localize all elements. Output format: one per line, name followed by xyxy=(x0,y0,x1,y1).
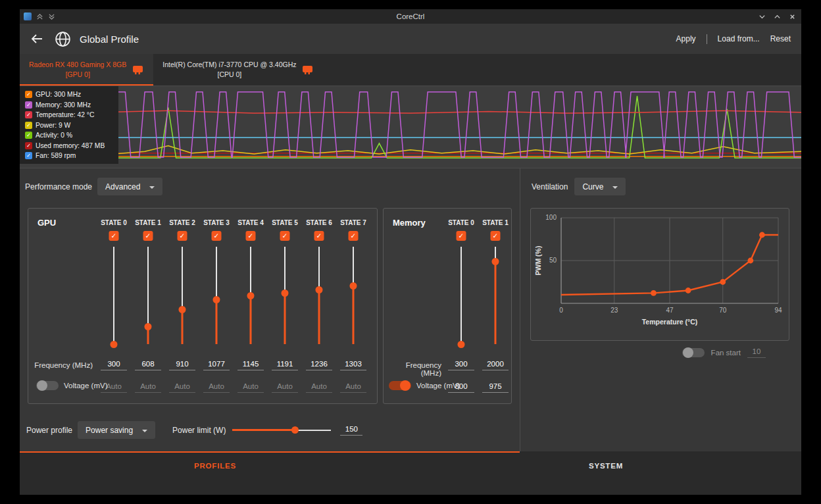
slider-handle[interactable] xyxy=(145,323,152,330)
memory-state-label: STATE 0 xyxy=(444,219,478,226)
legend-label: Used memory: 487 MB xyxy=(36,142,105,149)
gpu-voltage-input[interactable]: Auto xyxy=(237,382,264,393)
reset-button[interactable]: Reset xyxy=(770,34,791,43)
gpu-state-label: STATE 1 xyxy=(131,219,165,226)
memory-state-slider[interactable] xyxy=(457,247,466,344)
gpu-state-3: STATE 3✓1077Auto xyxy=(199,209,234,401)
slider-handle[interactable] xyxy=(247,292,255,299)
gpu-state-checkbox[interactable]: ✓ xyxy=(212,231,222,241)
gpu-frequency-input[interactable]: 1303 xyxy=(340,360,366,370)
legend-checkbox[interactable]: ✓ xyxy=(25,122,32,129)
fan-start-toggle[interactable] xyxy=(682,348,705,357)
gpu-voltage-toggle[interactable] xyxy=(36,381,59,390)
gpu-frequency-input[interactable]: 910 xyxy=(169,360,195,370)
fan-curve-point[interactable] xyxy=(720,279,726,285)
sensor-legend: ✓GPU: 300 MHz✓Memory: 300 MHz✓Temperatur… xyxy=(20,86,118,164)
gpu-state-slider[interactable] xyxy=(280,247,289,344)
window-controls xyxy=(759,9,796,24)
back-button[interactable] xyxy=(30,34,43,44)
gpu-state-slider[interactable] xyxy=(246,247,255,344)
slider-fill xyxy=(250,295,252,344)
fan-curve-point[interactable] xyxy=(651,290,657,296)
fan-start-row: Fan start 10 xyxy=(530,347,789,358)
gpu-voltage-input[interactable]: Auto xyxy=(169,382,195,393)
slider-handle[interactable] xyxy=(282,290,289,297)
legend-checkbox[interactable]: ✓ xyxy=(25,152,32,159)
load-from-button[interactable]: Load from... xyxy=(718,34,760,43)
slider-handle[interactable] xyxy=(179,306,186,313)
apply-button[interactable]: Apply xyxy=(676,34,696,43)
ventilation-mode-dropdown[interactable]: Curve xyxy=(574,178,626,195)
legend-checkbox[interactable]: ✓ xyxy=(25,132,32,139)
gpu-voltage-input[interactable]: Auto xyxy=(272,382,298,393)
power-limit-input[interactable]: 150 xyxy=(340,425,362,436)
performance-mode-dropdown[interactable]: Advanced xyxy=(97,178,162,195)
gpu-frequency-input[interactable]: 1077 xyxy=(203,360,230,370)
gpu-frequency-input[interactable]: 1145 xyxy=(237,360,264,370)
gpu-state-slider[interactable] xyxy=(109,247,118,344)
memory-voltage-input[interactable]: 975 xyxy=(482,382,509,393)
gpu-frequency-input[interactable]: 300 xyxy=(101,360,127,370)
gpu-voltage-input[interactable]: Auto xyxy=(306,382,332,393)
gpu-frequency-input[interactable]: 1236 xyxy=(306,360,332,370)
gpu-frequency-input[interactable]: 608 xyxy=(135,360,161,370)
gpu-state-checkbox[interactable]: ✓ xyxy=(349,231,359,241)
slider-track xyxy=(113,247,114,344)
slider-handle[interactable] xyxy=(458,341,465,348)
device-tab-cpu[interactable]: Intel(R) Core(TM) i7-3770 CPU @ 3.40GHz[… xyxy=(153,54,323,86)
slider-handle[interactable] xyxy=(316,286,323,293)
legend-checkbox[interactable]: ✓ xyxy=(25,101,32,109)
slider-fill xyxy=(232,429,295,431)
fan-curve-point[interactable] xyxy=(747,258,753,264)
gpu-state-slider[interactable] xyxy=(143,247,153,344)
svg-text:70: 70 xyxy=(719,307,727,314)
slider-handle[interactable] xyxy=(291,426,299,434)
slider-handle[interactable] xyxy=(213,296,220,303)
power-limit-slider[interactable] xyxy=(232,426,331,435)
fan-curve-chart[interactable]: 02347709450100PWM (%)Temperature (°C) xyxy=(531,209,789,340)
device-tab-gpu[interactable]: Radeon RX 480 Gaming X 8GB[GPU 0] xyxy=(20,54,153,86)
gpu-state-checkbox[interactable]: ✓ xyxy=(314,231,324,241)
slider-track xyxy=(460,247,462,344)
performance-mode-value: Advanced xyxy=(105,182,140,191)
gpu-state-checkbox[interactable]: ✓ xyxy=(280,231,290,241)
window-title: CoreCtrl xyxy=(20,9,801,24)
tab-system[interactable]: SYSTEM xyxy=(410,453,801,479)
svg-text:50: 50 xyxy=(549,257,557,264)
gpu-state-slider[interactable] xyxy=(212,247,221,344)
fan-start-input[interactable]: 10 xyxy=(747,347,766,358)
gpu-state-slider[interactable] xyxy=(314,247,324,344)
tab-profiles[interactable]: PROFILES xyxy=(20,453,410,479)
minimize-button[interactable] xyxy=(759,13,766,20)
gpu-frequency-input[interactable]: 1191 xyxy=(272,360,298,370)
gpu-voltage-input[interactable]: Auto xyxy=(340,382,366,393)
memory-state-slider[interactable] xyxy=(491,247,500,344)
legend-checkbox[interactable]: ✓ xyxy=(25,111,32,118)
close-button[interactable] xyxy=(789,13,796,20)
gpu-voltage-input[interactable]: Auto xyxy=(135,382,161,393)
memory-voltage-toggle[interactable] xyxy=(389,381,411,390)
gpu-state-checkbox[interactable]: ✓ xyxy=(143,231,153,241)
memory-state-checkbox[interactable]: ✓ xyxy=(457,231,466,241)
gpu-state-slider[interactable] xyxy=(349,247,358,344)
memory-frequency-input[interactable]: 2000 xyxy=(482,360,509,370)
bottom-tabbar: PROFILES SYSTEM xyxy=(20,451,801,495)
slider-handle[interactable] xyxy=(350,282,357,290)
gpu-state-slider[interactable] xyxy=(178,247,187,344)
legend-checkbox[interactable]: ✓ xyxy=(25,142,32,149)
performance-mode-row: Performance mode Advanced xyxy=(25,178,162,195)
gpu-state-checkbox[interactable]: ✓ xyxy=(178,231,187,241)
legend-checkbox[interactable]: ✓ xyxy=(25,91,32,98)
slider-handle[interactable] xyxy=(492,258,499,265)
memory-state-checkbox[interactable]: ✓ xyxy=(491,231,501,241)
gpu-voltage-input[interactable]: Auto xyxy=(203,382,230,393)
gpu-state-checkbox[interactable]: ✓ xyxy=(246,231,256,241)
memory-frequency-input[interactable]: 300 xyxy=(448,360,474,370)
gpu-state-checkbox[interactable]: ✓ xyxy=(109,231,119,241)
power-profile-dropdown[interactable]: Power saving xyxy=(78,421,155,439)
fan-curve-point[interactable] xyxy=(759,232,765,238)
fan-curve-point[interactable] xyxy=(685,288,691,293)
slider-handle[interactable] xyxy=(111,341,118,348)
legend-item: ✓Temperature: 42 °C xyxy=(25,110,113,120)
maximize-button[interactable] xyxy=(774,13,781,20)
